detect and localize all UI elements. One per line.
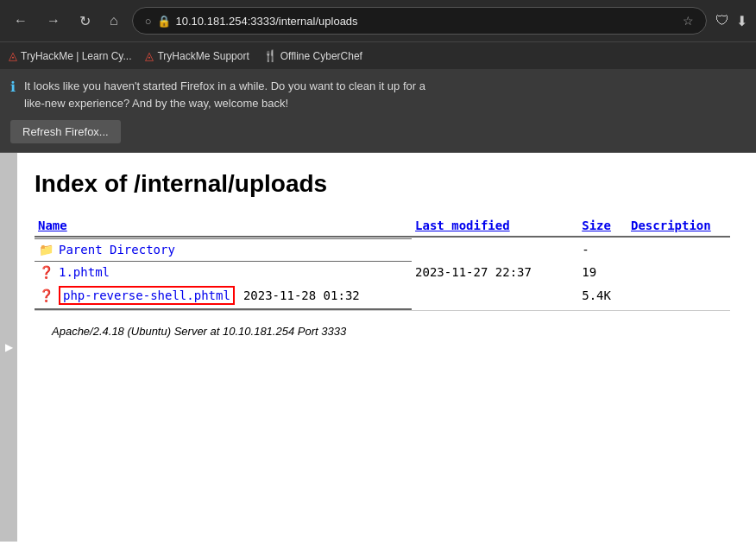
notification-line1: It looks like you haven't started Firefo… [24, 78, 425, 95]
col-header-modified[interactable]: Last modified [412, 215, 578, 237]
address-lock-icon: 🔒 [157, 15, 171, 28]
notification-text: It looks like you haven't started Firefo… [24, 78, 425, 111]
notification-bar: ℹ It looks like you haven't started Fire… [0, 69, 756, 153]
unknown-file-icon-2: ❓ [38, 288, 54, 302]
content-area: ▶ Index of /internal/uploads Name Last m… [0, 153, 756, 542]
bookmark-tryhackme-learn[interactable]: ◬ TryHackMe | Learn Cy... [9, 49, 131, 62]
shield-action-icon[interactable]: 🛡 [715, 13, 729, 29]
sidebar-handle[interactable]: ▶ [0, 153, 17, 542]
table-row: ❓ 1.phtml 2023-11-27 22:37 19 [35, 262, 730, 282]
col-header-size[interactable]: Size [578, 215, 627, 237]
folder-icon: 📁 [38, 243, 54, 257]
info-icon: ℹ [10, 79, 16, 95]
bookmark-label-3: Offline CyberChef [280, 50, 362, 62]
browser-chrome: ← → ↻ ⌂ ○ 🔒 10.10.181.254:3333/internal/… [0, 0, 756, 41]
bookmark-cyberchef[interactable]: 🍴 Offline CyberChef [263, 49, 362, 62]
reload-button[interactable]: ↻ [74, 10, 96, 33]
col-header-name[interactable]: Name [35, 215, 412, 237]
sidebar-arrow-icon: ▶ [5, 341, 13, 353]
reverse-shell-desc [627, 282, 730, 308]
parent-dir-cell: 📁 Parent Directory [35, 239, 412, 260]
parent-dir-desc [627, 239, 730, 260]
reverse-shell-size: 5.4K [578, 282, 627, 308]
back-button[interactable]: ← [9, 10, 33, 32]
server-footer: Apache/2.4.18 (Ubuntu) Server at 10.10.1… [35, 310, 730, 352]
unknown-file-icon-1: ❓ [38, 265, 54, 279]
phtml1-link[interactable]: 1.phtml [59, 265, 110, 279]
page-content: Index of /internal/uploads Name Last mod… [17, 153, 756, 542]
page-title: Index of /internal/uploads [35, 170, 730, 198]
reverse-shell-modified [412, 282, 578, 308]
bookmark-label-1: TryHackMe | Learn Cy... [21, 50, 131, 62]
reverse-shell-modified-inline: 2023-11-28 01:32 [243, 288, 360, 302]
address-shield-icon: ○ [145, 15, 152, 28]
reverse-shell-highlight-box: php-reverse-shell.phtml [59, 286, 235, 305]
browser-actions: 🛡 ⬇ [715, 13, 747, 29]
notification-line2: like-new experience? And by the way, wel… [24, 95, 425, 112]
col-header-desc[interactable]: Description [627, 215, 730, 237]
bookmark-label-2: TryHackMe Support [157, 50, 249, 62]
table-row: ❓ php-reverse-shell.phtml 2023-11-28 01:… [35, 282, 730, 308]
directory-table: Name Last modified Size Description 📁 Pa… [35, 215, 730, 310]
address-text: 10.10.181.254:3333/internal/uploads [176, 15, 677, 28]
bookmark-tryhackme-support[interactable]: ◬ TryHackMe Support [145, 49, 249, 62]
reverse-shell-link[interactable]: php-reverse-shell.phtml [63, 288, 230, 302]
parent-dir-size: - [578, 239, 627, 260]
address-bar[interactable]: ○ 🔒 10.10.181.254:3333/internal/uploads … [132, 7, 707, 35]
reverse-shell-cell: ❓ php-reverse-shell.phtml 2023-11-28 01:… [35, 282, 412, 308]
tryhackme-icon-1: ◬ [9, 49, 17, 62]
home-button[interactable]: ⌂ [104, 10, 123, 32]
notification-content: ℹ It looks like you haven't started Fire… [10, 78, 744, 111]
chef-icon: 🍴 [263, 49, 277, 62]
download-action-icon[interactable]: ⬇ [736, 13, 747, 29]
table-row: 📁 Parent Directory - [35, 239, 730, 260]
forward-button[interactable]: → [41, 10, 66, 32]
refresh-firefox-button[interactable]: Refresh Firefox... [10, 120, 121, 143]
parent-dir-modified [412, 239, 578, 260]
tryhackme-icon-2: ◬ [145, 49, 154, 62]
phtml1-size: 19 [578, 262, 627, 282]
phtml1-cell: ❓ 1.phtml [35, 262, 412, 282]
bookmarks-bar: ◬ TryHackMe | Learn Cy... ◬ TryHackMe Su… [0, 41, 756, 69]
address-star-icon[interactable]: ☆ [683, 14, 694, 28]
phtml1-desc [627, 262, 730, 282]
parent-dir-link[interactable]: Parent Directory [59, 243, 175, 257]
phtml1-modified: 2023-11-27 22:37 [412, 262, 578, 282]
